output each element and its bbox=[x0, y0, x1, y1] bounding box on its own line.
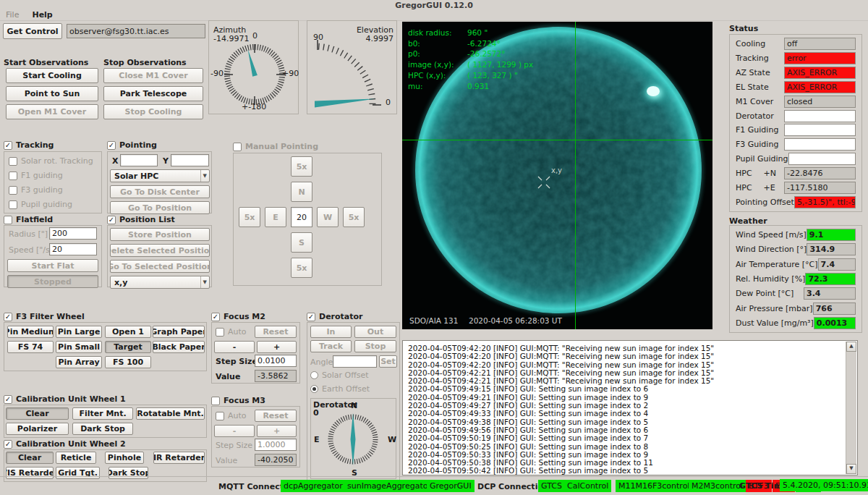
get-control-button[interactable]: Get Control bbox=[3, 23, 62, 39]
earth-offset-radio bbox=[310, 385, 318, 393]
derotator-set-button[interactable]: Set bbox=[379, 355, 397, 368]
focus-m2-checkbox[interactable]: ✓ bbox=[211, 313, 220, 321]
store-position-button[interactable]: Store Position bbox=[110, 228, 210, 241]
f1-guiding-row[interactable]: F1 guiding bbox=[9, 171, 63, 180]
cw2-clear-button[interactable]: Clear bbox=[6, 452, 54, 464]
derotator-checkbox[interactable]: ✓ bbox=[307, 313, 315, 321]
south-fast-button[interactable]: 5x bbox=[291, 258, 312, 278]
start-cooling-button[interactable]: Start Cooling bbox=[6, 68, 98, 83]
south-button[interactable]: S bbox=[291, 232, 312, 253]
cal-wheel-1-checkbox[interactable]: ✓ bbox=[4, 395, 12, 404]
go-to-position-button[interactable]: Go To Position bbox=[110, 201, 210, 214]
focus-m2-auto-row[interactable]: Auto bbox=[216, 327, 247, 337]
focus-m2-minus-button[interactable]: - bbox=[214, 341, 255, 353]
go-to-disk-center-button[interactable]: Go To Disk Center bbox=[110, 185, 210, 198]
pointing-x-input[interactable] bbox=[120, 154, 158, 166]
focus-m3-step-input[interactable]: 1.0000 bbox=[255, 439, 297, 451]
flatfield-radius-input[interactable]: 200 bbox=[49, 227, 97, 240]
flatfield-speed-input[interactable]: 20 bbox=[49, 243, 97, 255]
earth-offset-radio-row[interactable]: Earth Offset bbox=[310, 384, 370, 394]
focus-m3-plus-button[interactable]: + bbox=[257, 425, 297, 437]
focus-m2-auto-checkbox[interactable] bbox=[216, 328, 224, 337]
scroll-up-icon[interactable]: ▲ bbox=[846, 342, 856, 352]
derotator-track-button[interactable]: Track bbox=[310, 340, 352, 352]
cw2-reticle-button[interactable]: Reticle bbox=[56, 452, 96, 464]
pupil-guiding-row[interactable]: Pupil guiding bbox=[9, 200, 72, 209]
cw1-dark-stop-button[interactable]: Dark Stop bbox=[72, 423, 133, 435]
north-button[interactable]: N bbox=[291, 182, 312, 202]
status-value bbox=[788, 153, 856, 165]
cal-wheel-2-checkbox[interactable]: ✓ bbox=[4, 440, 12, 449]
f3-pin-small-button[interactable]: Pin Small bbox=[56, 341, 102, 353]
east-fast-button[interactable]: 5x bbox=[239, 207, 260, 227]
f1-guiding-checkbox[interactable] bbox=[9, 172, 17, 180]
derotator-in-button[interactable]: In bbox=[310, 326, 352, 338]
observer-field[interactable]: observer@fsg30.tt.iac.es bbox=[67, 24, 205, 38]
point-to-sun-button[interactable]: Point to Sun bbox=[6, 86, 98, 101]
open-m1-cover-button[interactable]: Open M1 Cover bbox=[6, 104, 98, 119]
f3-fs-74-button[interactable]: FS 74 bbox=[7, 341, 54, 353]
log-scrollbar[interactable]: ▲ ▼ bbox=[846, 342, 856, 474]
f3-pin-array-button[interactable]: Pin Array bbox=[56, 356, 102, 368]
coord-system-value: Solar HPC bbox=[114, 172, 158, 181]
f3-pin-medium-button[interactable]: Pin Medium bbox=[7, 326, 54, 338]
delete-selected-position-button[interactable]: Delete Selected Position bbox=[110, 244, 210, 257]
focus-m2-step-input[interactable]: 0.0100 bbox=[255, 355, 297, 367]
close-m1-cover-button[interactable]: Close M1 Cover bbox=[103, 68, 203, 83]
north-fast-button[interactable]: 5x bbox=[291, 156, 312, 177]
manual-pointing-checkbox[interactable] bbox=[233, 143, 242, 151]
derotator-stop-button[interactable]: Stop bbox=[354, 340, 396, 352]
coord-system-dropdown[interactable]: Solar HPC ▼ bbox=[110, 169, 210, 182]
tracking-checkbox[interactable]: ✓ bbox=[4, 141, 12, 150]
f3-black-paper-button[interactable]: Black Paper bbox=[153, 341, 205, 353]
sun-image-view[interactable]: disk radius:960 " b0:-6.2724° p0:-26.257… bbox=[402, 22, 712, 329]
solar-rot-tracking-row[interactable]: Solar rot. Tracking bbox=[9, 156, 93, 166]
f3-fs-100-button[interactable]: FS 100 bbox=[105, 356, 151, 368]
menu-help[interactable]: Help bbox=[32, 10, 52, 20]
scroll-down-icon[interactable]: ▼ bbox=[846, 464, 856, 474]
focus-m3-checkbox[interactable] bbox=[211, 397, 220, 405]
pointing-checkbox[interactable]: ✓ bbox=[107, 141, 116, 150]
f3-guiding-checkbox[interactable] bbox=[9, 186, 17, 195]
derotator-out-button[interactable]: Out bbox=[354, 326, 396, 338]
f3-guiding-row[interactable]: F3 guiding bbox=[9, 185, 63, 195]
pointing-y-input[interactable] bbox=[171, 154, 209, 166]
cw2-pinhole-button[interactable]: Pinhole bbox=[105, 452, 144, 464]
go-to-selected-position-button[interactable]: Go To Selected Position bbox=[110, 260, 210, 273]
focus-m2-plus-button[interactable]: + bbox=[257, 341, 297, 353]
f3-target-button[interactable]: Target bbox=[105, 341, 151, 353]
status-value: error bbox=[784, 52, 856, 64]
f3-filter-wheel-checkbox[interactable]: ✓ bbox=[4, 313, 12, 321]
focus-m3-auto-row[interactable]: Auto bbox=[216, 411, 247, 420]
focus-m3-reset-button[interactable]: Reset bbox=[255, 410, 297, 422]
f3-pin-large-button[interactable]: Pin Large bbox=[56, 326, 102, 338]
solar-rot-tracking-checkbox[interactable] bbox=[9, 157, 17, 166]
cw2-ir-retarder-button[interactable]: IR Retarder bbox=[153, 452, 205, 464]
park-telescope-button[interactable]: Park Telescope bbox=[103, 86, 203, 101]
f3-open-1-button[interactable]: Open 1 bbox=[105, 326, 151, 338]
cw1-filter-mnt-button[interactable]: Filter Mnt. bbox=[72, 407, 133, 420]
flatfield-state-button[interactable]: Stopped bbox=[7, 275, 98, 288]
east-button[interactable]: E bbox=[265, 207, 286, 227]
start-flat-button[interactable]: Start Flat bbox=[7, 259, 98, 272]
manual-step-input[interactable]: 20 bbox=[291, 207, 312, 227]
position-format-dropdown[interactable]: x,y ▼ bbox=[110, 276, 210, 289]
flatfield-checkbox[interactable] bbox=[4, 216, 12, 224]
derotator-angle-input[interactable] bbox=[333, 355, 377, 368]
west-button[interactable]: W bbox=[317, 207, 339, 227]
focus-m3-minus-button[interactable]: - bbox=[214, 425, 255, 437]
pupil-guiding-checkbox[interactable] bbox=[9, 200, 17, 209]
west-fast-button[interactable]: 5x bbox=[343, 207, 365, 227]
focus-m2-reset-button[interactable]: Reset bbox=[255, 326, 297, 338]
cw1-polarizer-button[interactable]: Polarizer bbox=[6, 423, 69, 435]
solar-offset-radio-row[interactable]: Solar Offset bbox=[310, 371, 369, 380]
focus-m3-auto-checkbox[interactable] bbox=[216, 412, 224, 420]
log-view[interactable]: 2020-04-05T09:42:20 [INFO] GUI:MQTT: "Re… bbox=[402, 340, 858, 475]
cw1-rotatable-mnt-button[interactable]: Rotatable Mnt. bbox=[136, 407, 205, 420]
f3-graph-paper-button[interactable]: Graph Paper bbox=[153, 326, 205, 338]
stop-cooling-button[interactable]: Stop Cooling bbox=[103, 104, 203, 119]
cw1-clear-button[interactable]: Clear bbox=[6, 407, 69, 420]
compass-west-label: W bbox=[388, 435, 396, 444]
menu-file[interactable]: File bbox=[6, 10, 19, 20]
position-list-checkbox[interactable]: ✓ bbox=[107, 216, 116, 224]
